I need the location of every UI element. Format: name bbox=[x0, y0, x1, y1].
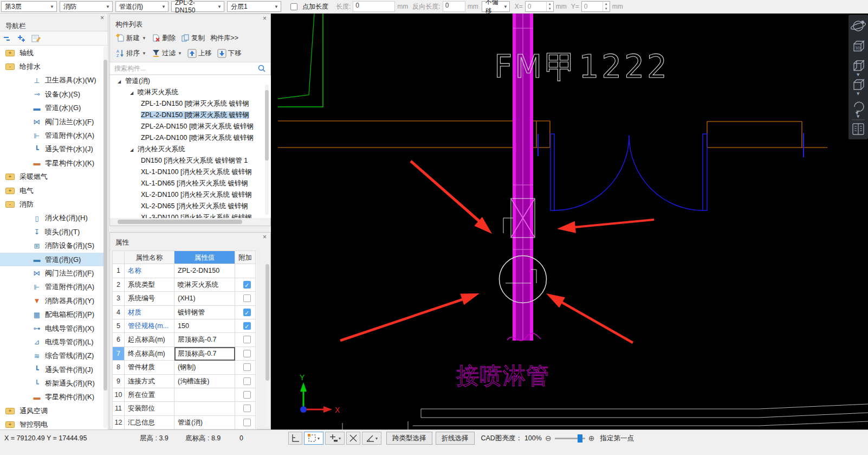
property-value[interactable] bbox=[174, 402, 235, 415]
property-value[interactable]: (XH1) bbox=[174, 292, 235, 305]
tree-node-xl-3-dn100[interactable]: XL-3-DN100 [消火栓灭火系统 镀锌钢 bbox=[110, 212, 264, 218]
layer-select[interactable]: 分层1▼ bbox=[227, 1, 281, 12]
close-icon[interactable]: × bbox=[263, 16, 267, 21]
cad-green-wall-line[interactable] bbox=[278, 14, 323, 107]
x-coordinate-stepper[interactable]: 0▲▼ bbox=[525, 1, 554, 12]
cad-wall-cap-lines[interactable] bbox=[538, 133, 804, 157]
door-swing-arc-left[interactable] bbox=[554, 136, 629, 210]
sidebar-item-fire-appliance[interactable]: ▼消防器具(消)(Y) bbox=[0, 294, 104, 307]
copy-component-button[interactable]: 复制 bbox=[179, 33, 206, 44]
component-tree-hscrollbar[interactable] bbox=[113, 220, 260, 224]
chevron-down-icon[interactable]: ▼ bbox=[857, 73, 860, 77]
sidebar-item-equipment-water[interactable]: ⊸设备(水)(S) bbox=[0, 87, 104, 101]
door-swing-arc-right[interactable] bbox=[629, 136, 703, 210]
attach-checkbox[interactable] bbox=[243, 405, 251, 412]
point-snap-tool-button[interactable]: ▼ bbox=[325, 432, 345, 445]
folder-plus-icon[interactable] bbox=[5, 408, 15, 414]
close-icon[interactable]: × bbox=[263, 234, 267, 240]
properties-scrollbar[interactable] bbox=[265, 264, 269, 427]
sidebar-item-pipe-fire[interactable]: ▬管道(消)(G) bbox=[0, 253, 104, 266]
sidebar-item-valve-flange-water[interactable]: ⋈阀门法兰(水)(F) bbox=[0, 115, 104, 129]
component-search-input[interactable] bbox=[114, 65, 257, 72]
length-input[interactable]: 0 bbox=[353, 1, 395, 12]
component-library-button[interactable]: 构件库>> bbox=[209, 33, 240, 44]
tree-node-zpl-2a-dn150[interactable]: ZPL-2A-DN150 [喷淋灭火系统 镀锌钢 bbox=[110, 121, 264, 132]
filter-button[interactable]: 过滤▼ bbox=[150, 48, 184, 59]
cad-canvas[interactable]: FM甲1222 接喷淋管 Y X bbox=[271, 14, 868, 430]
edit-note-icon[interactable] bbox=[31, 34, 41, 43]
polyline-select-button[interactable]: 折线选择 bbox=[436, 432, 475, 445]
sidebar-item-fire-protection[interactable]: 消防 bbox=[0, 197, 104, 211]
brightness-slider-handle[interactable] bbox=[578, 434, 582, 443]
y-coordinate-stepper[interactable]: 0▲▼ bbox=[581, 1, 610, 12]
rect-select-tool-button[interactable]: ▼ bbox=[304, 432, 323, 445]
component-search-box[interactable] bbox=[110, 62, 270, 75]
door-leaf-left[interactable] bbox=[550, 134, 554, 210]
attach-checkbox[interactable] bbox=[243, 377, 251, 385]
search-icon[interactable] bbox=[257, 64, 266, 73]
tree-node-dn150[interactable]: DN150 [消火栓灭火系统 镀锌钢管 1 bbox=[110, 155, 264, 166]
navigator-scrollbar[interactable] bbox=[103, 46, 107, 428]
sidebar-item-axis[interactable]: 轴线 bbox=[0, 46, 104, 60]
expander-icon[interactable]: ◢ bbox=[130, 144, 138, 155]
component-tree-scrollbar[interactable] bbox=[265, 85, 269, 215]
sidebar-item-tray-connector-fire[interactable]: ┗桥架通头(消)(R) bbox=[0, 376, 104, 390]
sidebar-item-wire-conduit-fire[interactable]: ⊶电线导管(消)(X) bbox=[0, 322, 104, 335]
sidebar-item-valve-flange-fire[interactable]: ⋈阀门法兰(消)(F) bbox=[0, 266, 104, 280]
floor-select[interactable]: 第3层▼ bbox=[1, 1, 57, 12]
move-down-button[interactable]: 下移 bbox=[216, 48, 243, 59]
expander-icon[interactable]: ◢ bbox=[130, 87, 138, 98]
tree-node-hydrant-system[interactable]: ◢消火栓灭火系统 bbox=[110, 144, 264, 155]
red-arrow[interactable] bbox=[546, 293, 633, 343]
attach-checkbox-checked[interactable] bbox=[243, 322, 251, 330]
sidebar-item-misc-component-water[interactable]: ▬零星构件(水)(K) bbox=[0, 156, 104, 170]
ortho-tool-button[interactable] bbox=[288, 432, 302, 445]
property-value[interactable]: (钢制) bbox=[174, 361, 235, 374]
sidebar-item-heating-gas[interactable]: 采暖燃气 bbox=[0, 170, 104, 184]
sort-button[interactable]: AZ 排序▼ bbox=[114, 48, 148, 59]
sidebar-item-plumbing[interactable]: 给排水 bbox=[0, 60, 104, 73]
attach-checkbox[interactable] bbox=[243, 363, 251, 371]
tree-node-zpl-2a-dn100[interactable]: ZPL-2A-DN100 [喷淋灭火系统 镀锌钢 bbox=[110, 132, 264, 144]
folder-minus-icon[interactable] bbox=[5, 63, 15, 70]
cad-drawing[interactable]: FM甲1222 接喷淋管 Y X bbox=[271, 14, 868, 430]
tree-node-zpl-1-dn150[interactable]: ZPL-1-DN150 [喷淋灭火系统 镀锌钢 bbox=[110, 98, 264, 110]
sidebar-item-pipe-fitting-fire[interactable]: ⊩管道附件(消)(A) bbox=[0, 280, 104, 294]
sidebar-item-pipe-water[interactable]: ▬管道(水)(G) bbox=[0, 101, 104, 115]
stepper-arrows-icon[interactable]: ▲▼ bbox=[546, 2, 553, 11]
tree-node-zpl-2-dn150[interactable]: ZPL-2-DN150 [喷淋灭火系统 镀锌钢 bbox=[110, 110, 264, 121]
delete-component-button[interactable]: 删除 bbox=[150, 33, 177, 44]
attach-checkbox[interactable] bbox=[243, 294, 251, 302]
sidebar-item-hvac[interactable]: 通风空调 bbox=[0, 404, 104, 418]
expander-icon[interactable]: ◢ bbox=[118, 76, 125, 87]
folder-plus-icon[interactable] bbox=[5, 174, 15, 180]
collapse-all-icon[interactable] bbox=[3, 34, 12, 43]
close-icon[interactable]: × bbox=[100, 15, 104, 21]
attach-checkbox[interactable] bbox=[243, 391, 251, 399]
attach-checkbox[interactable] bbox=[243, 350, 251, 357]
new-component-button[interactable]: 新建▼ bbox=[114, 33, 148, 44]
cross-snap-tool-button[interactable] bbox=[346, 432, 360, 445]
property-value[interactable]: ZPL-2-DN150 bbox=[174, 264, 235, 278]
brightness-minus-icon[interactable]: ⊖ bbox=[545, 434, 552, 443]
chevron-down-icon[interactable]: ▼ bbox=[857, 92, 860, 96]
angle-snap-tool-button[interactable]: ▼ bbox=[362, 432, 381, 445]
property-value[interactable]: 管道(消) bbox=[174, 416, 235, 430]
folder-minus-icon[interactable] bbox=[5, 201, 15, 208]
cad-text-fm[interactable]: FM甲1222 bbox=[494, 48, 670, 85]
attach-checkbox[interactable] bbox=[243, 336, 251, 343]
property-value[interactable] bbox=[174, 388, 235, 402]
tree-node-xl-1-dn100[interactable]: XL-1-DN100 [消火栓灭火系统 镀锌钢 bbox=[110, 166, 264, 178]
tree-node-xl-2-dn65[interactable]: XL-2-DN65 [消火栓灭火系统 镀锌钢 bbox=[110, 201, 264, 212]
red-arrow[interactable] bbox=[557, 220, 654, 233]
attach-checkbox-checked[interactable] bbox=[243, 281, 251, 289]
sidebar-item-sprinkler-head-fire[interactable]: ↧喷头(消)(T) bbox=[0, 225, 104, 239]
tree-node-pipe-fire[interactable]: ◢管道(消) bbox=[110, 75, 264, 87]
brightness-plus-icon[interactable]: ⊕ bbox=[588, 434, 595, 443]
property-value[interactable]: 150 bbox=[174, 319, 235, 333]
cad-green-wall-line[interactable] bbox=[278, 14, 314, 99]
brightness-slider[interactable] bbox=[555, 438, 585, 439]
component-select[interactable]: ZPL-2-DN150▼ bbox=[171, 1, 224, 12]
property-value[interactable]: 镀锌钢管 bbox=[174, 306, 235, 319]
red-arrow[interactable] bbox=[411, 161, 492, 234]
